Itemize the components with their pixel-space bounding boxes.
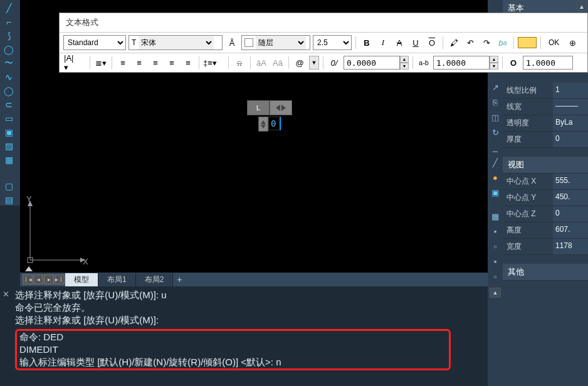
underline-button[interactable]: U bbox=[409, 36, 423, 50]
props-section-view[interactable]: 视图 bbox=[503, 157, 588, 174]
symbol-dropdown-icon[interactable]: ▼ bbox=[309, 56, 319, 70]
wave-tool-icon[interactable]: ∿ bbox=[0, 71, 18, 83]
tab-prev-icon[interactable]: ◂ bbox=[33, 274, 43, 284]
stretch-tool-icon[interactable]: ◫ bbox=[490, 112, 501, 123]
paragraph-icon[interactable]: ≣▾ bbox=[94, 56, 108, 70]
props-row-transparency[interactable]: 透明度ByLa bbox=[503, 115, 588, 132]
tab-first-icon[interactable]: 丨◂ bbox=[23, 274, 33, 284]
line-tool-icon[interactable]: ╱ bbox=[0, 3, 18, 14]
ruler-corner-icon[interactable]: L bbox=[247, 100, 270, 115]
ruler-down-handle-icon[interactable] bbox=[261, 125, 266, 128]
tab-add-button[interactable]: + bbox=[173, 274, 186, 284]
offset-tool-icon[interactable]: ▫ bbox=[490, 271, 501, 282]
props-row-center-y[interactable]: 中心点 Y450. bbox=[503, 190, 588, 206]
numbering-icon[interactable]: ⍾ bbox=[233, 56, 246, 70]
tab-last-icon[interactable]: ▸丨 bbox=[55, 274, 65, 284]
stack-icon[interactable]: ba bbox=[496, 36, 510, 50]
ucs-x-label: X bbox=[83, 257, 88, 266]
ruler-vertical[interactable] bbox=[258, 117, 268, 132]
ruler-horizontal[interactable] bbox=[270, 100, 292, 115]
options-icon[interactable]: ⊕ bbox=[565, 36, 579, 50]
props-row-lweight[interactable]: 线宽——— bbox=[503, 99, 588, 115]
scale-tool-icon[interactable]: ▣ bbox=[490, 187, 501, 198]
distribute-icon[interactable]: ≡ bbox=[181, 56, 195, 70]
move-tool-icon[interactable]: ↗ bbox=[490, 81, 501, 93]
explode-tool-icon[interactable]: ▪ bbox=[490, 256, 501, 267]
props-scroll-up-icon[interactable]: ▲ bbox=[577, 1, 587, 11]
chamfer-tool-icon[interactable]: ▫ bbox=[490, 241, 501, 252]
align-left-icon[interactable]: ≡ bbox=[116, 56, 130, 70]
highlight-icon[interactable]: 🖍 bbox=[447, 36, 461, 50]
linespacing-icon[interactable]: ‡≡▾ bbox=[203, 56, 217, 70]
ok-button[interactable]: OK bbox=[545, 37, 563, 48]
oblique-down-icon[interactable]: ▼ bbox=[400, 63, 409, 70]
symbol-icon[interactable]: @ bbox=[293, 56, 307, 70]
oblique-up-icon[interactable]: ▲ bbox=[400, 56, 409, 63]
arc-tool-icon[interactable]: ⟆ bbox=[0, 30, 18, 41]
array-tool-icon[interactable]: ▦ bbox=[490, 211, 501, 222]
rotate-tool-icon[interactable]: ↻ bbox=[490, 127, 501, 138]
tab-layout2[interactable]: 布局2 bbox=[136, 273, 174, 286]
bold-button[interactable]: B bbox=[360, 36, 374, 50]
uppercase-icon[interactable]: āA bbox=[255, 56, 268, 70]
mtext-input[interactable]: 0 bbox=[268, 117, 281, 130]
strike-button[interactable]: A bbox=[392, 36, 406, 50]
align-right-icon[interactable]: ≡ bbox=[149, 56, 162, 70]
italic-button[interactable]: I bbox=[376, 36, 390, 50]
trim-tool-icon[interactable]: ⎯ bbox=[490, 142, 501, 153]
cmd-scrollbar: ▲ bbox=[488, 286, 503, 386]
align-center-icon[interactable]: ≡ bbox=[132, 56, 146, 70]
ruler-right-handle-icon[interactable] bbox=[281, 105, 286, 111]
props-section-other[interactable]: 其他 bbox=[503, 264, 588, 281]
color-select[interactable]: 随层 bbox=[256, 36, 306, 50]
props-row-thickness[interactable]: 厚度0 bbox=[503, 132, 588, 148]
command-window[interactable]: 选择注释对象或 [放弃(U)/模式(M)]: u 命令已完全放弃。 选择注释对象… bbox=[10, 286, 488, 386]
redo-icon[interactable]: ↷ bbox=[480, 36, 493, 50]
hatch-tool-icon[interactable]: ▨ bbox=[0, 140, 18, 152]
columns-icon[interactable]: |A|▾ bbox=[63, 56, 77, 70]
ellipse-tool-icon[interactable]: ◯ bbox=[0, 85, 18, 96]
ellipse-arc-tool-icon[interactable]: ⊂ bbox=[0, 99, 18, 110]
circle-tool-icon[interactable]: ◯ bbox=[0, 44, 18, 55]
ruler-up-handle-icon[interactable] bbox=[261, 120, 266, 124]
table-tool-icon[interactable]: ▤ bbox=[0, 194, 18, 206]
cmd-scroll-up-icon[interactable]: ▲ bbox=[490, 288, 501, 298]
props-row-height[interactable]: 高度607. bbox=[503, 222, 588, 239]
annotative-icon[interactable]: Å bbox=[225, 36, 239, 50]
block-tool-icon[interactable]: ▣ bbox=[0, 127, 18, 138]
tab-next-icon[interactable]: ▸ bbox=[44, 274, 54, 284]
copy-tool-icon[interactable]: ⎘ bbox=[490, 96, 501, 108]
rect-tool-icon[interactable]: ▭ bbox=[0, 113, 18, 124]
mtext-editor[interactable]: L 0 bbox=[247, 100, 292, 132]
fillet-tool-icon[interactable]: ▪ bbox=[490, 226, 501, 237]
widthfactor-input[interactable] bbox=[523, 56, 573, 70]
font-select-wrap[interactable]: T 宋体 bbox=[129, 35, 223, 50]
font-select[interactable]: 宋体 bbox=[139, 36, 214, 50]
text-style-select[interactable]: Standard bbox=[63, 35, 126, 50]
mirror-tool-icon[interactable]: ● bbox=[490, 172, 501, 183]
oblique-input[interactable] bbox=[344, 56, 400, 70]
tab-layout1[interactable]: 布局1 bbox=[98, 273, 136, 286]
props-row-center-z[interactable]: 中心点 Z0 bbox=[503, 206, 588, 222]
gradient-tool-icon[interactable]: ▦ bbox=[0, 154, 18, 165]
tracking-up-icon[interactable]: ▲ bbox=[490, 56, 498, 63]
color-select-wrap[interactable]: 随层 bbox=[241, 35, 310, 50]
tab-model[interactable]: 模型 bbox=[65, 273, 98, 286]
overline-button[interactable]: O bbox=[425, 36, 439, 50]
polyline-tool-icon[interactable]: ⌐ bbox=[0, 16, 18, 28]
extend-tool-icon[interactable]: ╱ bbox=[490, 157, 501, 168]
ruler-toggle-icon[interactable] bbox=[518, 37, 537, 48]
undo-icon[interactable]: ↶ bbox=[463, 36, 477, 50]
props-row-width[interactable]: 宽度1178 bbox=[503, 239, 588, 255]
ruler-left-handle-icon[interactable] bbox=[276, 105, 280, 111]
lowercase-icon[interactable]: Aā bbox=[271, 56, 285, 70]
props-row-ltscale[interactable]: 线型比例1 bbox=[503, 83, 588, 99]
props-row-center-x[interactable]: 中心点 X555. bbox=[503, 174, 588, 190]
text-height-select[interactable]: 2.5 bbox=[313, 35, 352, 50]
widthfactor-input-wrap bbox=[523, 56, 573, 70]
region-tool-icon[interactable]: ▢ bbox=[0, 180, 18, 192]
spline-tool-icon[interactable]: 〜 bbox=[0, 58, 18, 69]
tracking-input[interactable] bbox=[433, 56, 490, 70]
tracking-down-icon[interactable]: ▼ bbox=[490, 63, 498, 70]
justify-icon[interactable]: ≡ bbox=[165, 56, 179, 70]
